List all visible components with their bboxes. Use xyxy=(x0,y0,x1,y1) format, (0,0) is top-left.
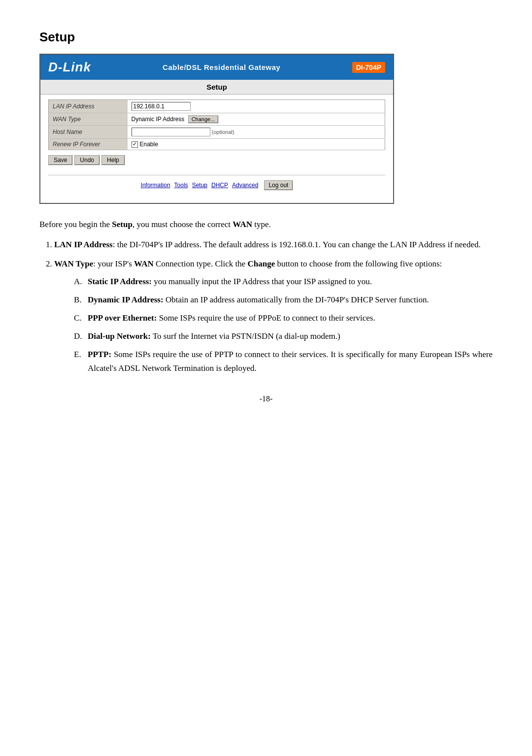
renew-ip-value: Enable xyxy=(128,139,385,150)
router-body: LAN IP Address WAN Type Dynamic IP Addre… xyxy=(40,95,393,203)
sub-item-c-label: PPP over Ethernet: xyxy=(88,313,157,323)
list-item-1: LAN IP Address: the DI-704P's IP address… xyxy=(54,238,493,251)
table-row: Host Name (optional) xyxy=(49,126,385,139)
renew-ip-label: Renew IP Forever xyxy=(49,139,128,150)
footer-link-setup[interactable]: Setup xyxy=(192,182,207,189)
dlink-logo: D-Link xyxy=(48,60,91,75)
sub-item-b-letter: B. xyxy=(74,293,84,306)
save-button[interactable]: Save xyxy=(48,155,72,165)
bold-setup: Setup xyxy=(112,220,133,229)
page-number: -18- xyxy=(39,394,493,403)
footer-link-information[interactable]: Information xyxy=(141,182,170,189)
header-subtitle: Cable/DSL Residential Gateway xyxy=(163,63,280,71)
sub-list: A. Static IP Address: you manually input… xyxy=(74,275,493,375)
enable-checkbox[interactable] xyxy=(132,141,138,148)
item2-label: WAN Type xyxy=(54,259,93,268)
sub-item-a: A. Static IP Address: you manually input… xyxy=(74,275,493,288)
sub-item-d-text: Dial-up Network: To surf the Internet vi… xyxy=(88,329,340,343)
settings-table: LAN IP Address WAN Type Dynamic IP Addre… xyxy=(48,99,385,150)
wan-type-label: WAN Type xyxy=(49,113,128,126)
sub-item-d: D. Dial-up Network: To surf the Internet… xyxy=(74,329,493,343)
optional-hint: (optional) xyxy=(212,129,234,135)
host-name-input[interactable] xyxy=(132,128,210,136)
sub-item-a-label: Static IP Address: xyxy=(88,277,152,286)
model-badge: DI-704P xyxy=(352,62,385,73)
page-title: Setup xyxy=(39,30,493,45)
sub-item-c-letter: C. xyxy=(74,311,84,325)
sub-item-b: B. Dynamic IP Address: Obtain an IP addr… xyxy=(74,293,493,306)
table-row: Renew IP Forever Enable xyxy=(49,139,385,150)
router-header: D-Link Cable/DSL Residential Gateway DI-… xyxy=(40,55,393,80)
numbered-list: LAN IP Address: the DI-704P's IP address… xyxy=(54,238,493,375)
help-button[interactable]: Help xyxy=(101,155,125,165)
lan-ip-label: LAN IP Address xyxy=(49,100,128,113)
sub-item-c-text: PPP over Ethernet: Some ISPs require the… xyxy=(88,311,375,325)
router-footer: Information Tools Setup DHCP Advanced Lo… xyxy=(48,175,385,195)
sub-item-e: E. PPTP: Some ISPs require the use of PP… xyxy=(74,348,493,374)
sub-item-a-letter: A. xyxy=(74,275,84,288)
item1-label: LAN IP Address xyxy=(54,240,113,249)
intro-text: Before you begin the Setup, you must cho… xyxy=(39,218,493,231)
table-row: LAN IP Address xyxy=(49,100,385,113)
router-ui-box: D-Link Cable/DSL Residential Gateway DI-… xyxy=(39,54,394,204)
sub-item-e-text: PPTP: Some ISPs require the use of PPTP … xyxy=(88,348,493,374)
enable-row: Enable xyxy=(132,141,381,148)
sub-item-b-label: Dynamic IP Address: xyxy=(88,295,164,304)
host-name-value: (optional) xyxy=(128,126,385,139)
item2-wan-bold: WAN xyxy=(134,259,154,268)
host-name-label: Host Name xyxy=(49,126,128,139)
change-button[interactable]: Change... xyxy=(188,115,219,123)
sub-item-a-text: Static IP Address: you manually input th… xyxy=(88,275,372,288)
footer-link-dhcp[interactable]: DHCP xyxy=(211,182,228,189)
item2-change-bold: Change xyxy=(248,259,275,268)
wan-type-text: Dynamic IP Address xyxy=(132,116,185,123)
sub-item-c: C. PPP over Ethernet: Some ISPs require … xyxy=(74,311,493,325)
action-buttons: Save Undo Help xyxy=(48,155,385,165)
lan-ip-value xyxy=(128,100,385,113)
footer-link-advanced[interactable]: Advanced xyxy=(232,182,258,189)
list-item-2: WAN Type: your ISP's WAN Connection type… xyxy=(54,257,493,374)
logout-button[interactable]: Log out xyxy=(264,180,293,190)
enable-label: Enable xyxy=(140,141,158,148)
sub-item-d-label: Dial-up Network: xyxy=(88,331,151,341)
sub-item-b-text: Dynamic IP Address: Obtain an IP address… xyxy=(88,293,429,306)
sub-item-e-label: PPTP: xyxy=(88,350,111,359)
footer-link-tools[interactable]: Tools xyxy=(174,182,188,189)
lan-ip-input[interactable] xyxy=(132,102,191,111)
router-title-bar: Setup xyxy=(40,80,393,95)
bold-wan: WAN xyxy=(233,220,252,229)
sub-item-d-letter: D. xyxy=(74,329,84,343)
undo-button[interactable]: Undo xyxy=(74,155,100,165)
sub-item-e-letter: E. xyxy=(74,348,84,374)
wan-type-value: Dynamic IP Address Change... xyxy=(128,113,385,126)
footer-links: Information Tools Setup DHCP Advanced Lo… xyxy=(53,180,380,190)
table-row: WAN Type Dynamic IP Address Change... xyxy=(49,113,385,126)
